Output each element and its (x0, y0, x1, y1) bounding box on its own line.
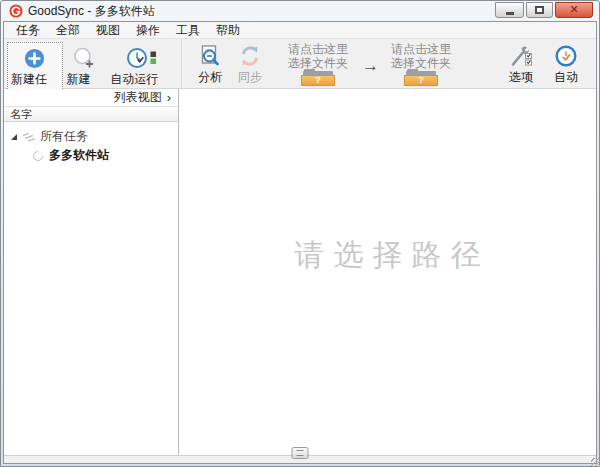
bottom-strip (4, 455, 596, 463)
minimize-icon (506, 12, 514, 15)
title-bar: GoodSync - 多多软件站 ✕ (3, 1, 597, 21)
maximize-button[interactable] (526, 2, 553, 18)
list-view-label: 列表视图 (114, 89, 162, 106)
options-wrench-icon (508, 43, 534, 69)
tree-item-label: 所有任务 (40, 128, 88, 145)
sync-direction-arrow-icon: → (362, 56, 379, 76)
name-column-header[interactable]: 名字 (4, 106, 178, 122)
source-folder-icon: ? (301, 71, 335, 86)
new-group-icon (72, 45, 96, 71)
task-sidebar: 列表视图 › 名字 所有任务 多多软件站 (4, 89, 179, 455)
new-task-icon (23, 45, 46, 71)
menu-help[interactable]: 帮助 (208, 22, 248, 39)
log-panel-splitter-button[interactable] (292, 447, 309, 459)
auto-clock-icon (554, 43, 578, 69)
dest-folder-line2: 选择文件夹 (391, 56, 451, 70)
close-icon: ✕ (569, 4, 578, 15)
dest-folder-line1: 请点击这里 (391, 42, 451, 56)
options-label: 选项 (509, 69, 533, 86)
sync-label: 同步 (238, 69, 262, 86)
sync-button[interactable]: 同步 (234, 40, 266, 88)
close-button[interactable]: ✕ (555, 2, 593, 18)
source-folder-badge: ? (301, 75, 335, 86)
main-panel: 请选择路径 (179, 89, 596, 455)
analyze-button[interactable]: 分析 (194, 40, 226, 88)
select-path-placeholder: 请选择路径 (295, 235, 490, 276)
toolbar-task-group: 新建任务 新建组 (4, 39, 182, 88)
auto-button[interactable]: 自动 (550, 40, 582, 88)
goodsync-logo-icon (9, 4, 23, 18)
tree-item-task[interactable]: 多多软件站 (4, 146, 178, 165)
list-view-toggle[interactable]: 列表视图 › (4, 89, 178, 106)
app-window: GoodSync - 多多软件站 ✕ 任务 全部 视图 操作 工具 帮助 (0, 0, 600, 467)
menu-tasks[interactable]: 任务 (8, 22, 48, 39)
toolbar-sync-group: 分析 同步 请点击这里 选择文件夹 (182, 39, 596, 88)
menu-view[interactable]: 视图 (88, 22, 128, 39)
autorun-clock-icon (126, 45, 157, 71)
menu-action[interactable]: 操作 (128, 22, 168, 39)
toolbar: 新建任务 新建组 (4, 39, 596, 89)
analyze-label: 分析 (198, 69, 222, 86)
window-title: GoodSync - 多多软件站 (28, 3, 155, 20)
source-folder-line2: 选择文件夹 (288, 56, 348, 70)
all-tasks-icon (22, 131, 36, 142)
dest-folder-picker[interactable]: 请点击这里 选择文件夹 ? (391, 42, 451, 86)
options-button[interactable]: 选项 (504, 40, 538, 88)
window-controls: ✕ (493, 2, 593, 18)
source-folder-picker[interactable]: 请点击这里 选择文件夹 ? (288, 42, 348, 86)
menu-tools[interactable]: 工具 (168, 22, 208, 39)
analyze-icon (198, 43, 222, 69)
content-area: 列表视图 › 名字 所有任务 多多软件站 (4, 89, 596, 455)
tree-item-all-tasks[interactable]: 所有任务 (4, 127, 178, 146)
chevron-right-icon: › (167, 91, 171, 104)
client-area: 任务 全部 视图 操作 工具 帮助 新建任务 (3, 21, 597, 464)
expander-triangle-icon[interactable] (11, 134, 17, 140)
menu-bar: 任务 全部 视图 操作 工具 帮助 (4, 22, 596, 39)
task-status-circle-icon (31, 148, 45, 162)
minimize-button[interactable] (495, 2, 524, 18)
dest-folder-badge: ? (404, 75, 438, 86)
sync-icon (238, 43, 262, 69)
maximize-icon (535, 6, 544, 14)
task-tree: 所有任务 多多软件站 (4, 122, 178, 165)
menu-all[interactable]: 全部 (48, 22, 88, 39)
resize-grip[interactable] (591, 458, 600, 467)
tree-item-label: 多多软件站 (49, 147, 109, 164)
source-folder-line1: 请点击这里 (288, 42, 348, 56)
dest-folder-icon: ? (404, 71, 438, 86)
auto-label: 自动 (554, 69, 578, 86)
